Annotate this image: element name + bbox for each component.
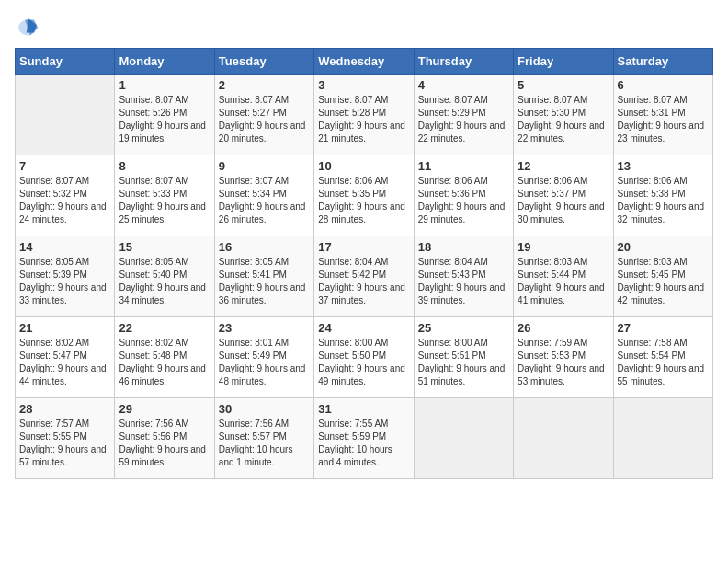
day-number: 26	[518, 321, 609, 335]
day-detail: Sunrise: 8:03 AM Sunset: 5:44 PM Dayligh…	[518, 256, 609, 307]
day-detail: Sunrise: 8:01 AM Sunset: 5:49 PM Dayligh…	[219, 337, 310, 388]
day-detail: Sunrise: 8:07 AM Sunset: 5:28 PM Dayligh…	[318, 94, 409, 145]
calendar-cell: 29Sunrise: 7:56 AM Sunset: 5:56 PM Dayli…	[115, 398, 214, 479]
day-number: 27	[618, 321, 709, 335]
day-number: 17	[318, 240, 409, 254]
day-detail: Sunrise: 8:05 AM Sunset: 5:40 PM Dayligh…	[119, 256, 210, 307]
calendar-cell: 7Sunrise: 8:07 AM Sunset: 5:32 PM Daylig…	[16, 155, 115, 236]
calendar-cell: 25Sunrise: 8:00 AM Sunset: 5:51 PM Dayli…	[414, 317, 513, 398]
day-detail: Sunrise: 7:58 AM Sunset: 5:54 PM Dayligh…	[618, 337, 709, 388]
day-of-week-header: Saturday	[613, 49, 712, 75]
day-number: 18	[418, 240, 509, 254]
day-number: 11	[418, 159, 509, 173]
day-number: 25	[418, 321, 509, 335]
calendar-cell: 27Sunrise: 7:58 AM Sunset: 5:54 PM Dayli…	[613, 317, 712, 398]
day-of-week-header: Wednesday	[314, 49, 414, 75]
day-detail: Sunrise: 8:00 AM Sunset: 5:50 PM Dayligh…	[318, 337, 409, 388]
calendar-cell: 13Sunrise: 8:06 AM Sunset: 5:38 PM Dayli…	[613, 155, 712, 236]
calendar-cell	[414, 398, 513, 479]
calendar-cell: 9Sunrise: 8:07 AM Sunset: 5:34 PM Daylig…	[214, 155, 313, 236]
calendar-cell	[16, 75, 115, 155]
day-number: 20	[618, 240, 709, 254]
day-detail: Sunrise: 8:07 AM Sunset: 5:34 PM Dayligh…	[219, 175, 310, 226]
calendar-cell: 19Sunrise: 8:03 AM Sunset: 5:44 PM Dayli…	[514, 236, 613, 317]
day-of-week-header: Tuesday	[214, 49, 313, 75]
calendar-cell: 20Sunrise: 8:03 AM Sunset: 5:45 PM Dayli…	[613, 236, 712, 317]
day-number: 3	[318, 78, 409, 92]
calendar-cell	[514, 398, 613, 479]
day-number: 6	[618, 78, 709, 92]
day-number: 15	[119, 240, 210, 254]
day-number: 22	[119, 321, 210, 335]
calendar-cell: 30Sunrise: 7:56 AM Sunset: 5:57 PM Dayli…	[214, 398, 313, 479]
day-number: 14	[19, 240, 110, 254]
calendar-cell: 24Sunrise: 8:00 AM Sunset: 5:50 PM Dayli…	[314, 317, 414, 398]
logo	[15, 15, 44, 40]
day-number: 24	[318, 321, 409, 335]
day-detail: Sunrise: 8:07 AM Sunset: 5:26 PM Dayligh…	[119, 94, 210, 145]
calendar-table: SundayMondayTuesdayWednesdayThursdayFrid…	[15, 48, 713, 479]
calendar-cell: 18Sunrise: 8:04 AM Sunset: 5:43 PM Dayli…	[414, 236, 513, 317]
day-of-week-header: Thursday	[414, 49, 513, 75]
day-detail: Sunrise: 8:06 AM Sunset: 5:37 PM Dayligh…	[518, 175, 609, 226]
day-detail: Sunrise: 8:07 AM Sunset: 5:31 PM Dayligh…	[618, 94, 709, 145]
calendar-cell: 15Sunrise: 8:05 AM Sunset: 5:40 PM Dayli…	[115, 236, 214, 317]
day-detail: Sunrise: 8:07 AM Sunset: 5:30 PM Dayligh…	[518, 94, 609, 145]
calendar-cell: 16Sunrise: 8:05 AM Sunset: 5:41 PM Dayli…	[214, 236, 313, 317]
day-detail: Sunrise: 8:05 AM Sunset: 5:41 PM Dayligh…	[219, 256, 310, 307]
day-of-week-header: Monday	[115, 49, 214, 75]
calendar-cell: 4Sunrise: 8:07 AM Sunset: 5:29 PM Daylig…	[414, 75, 513, 155]
day-detail: Sunrise: 8:07 AM Sunset: 5:32 PM Dayligh…	[19, 175, 110, 226]
day-detail: Sunrise: 8:07 AM Sunset: 5:33 PM Dayligh…	[119, 175, 210, 226]
day-number: 31	[318, 402, 409, 416]
day-number: 19	[518, 240, 609, 254]
calendar-cell: 17Sunrise: 8:04 AM Sunset: 5:42 PM Dayli…	[314, 236, 414, 317]
day-number: 28	[19, 402, 110, 416]
day-number: 16	[219, 240, 310, 254]
calendar-cell: 26Sunrise: 7:59 AM Sunset: 5:53 PM Dayli…	[514, 317, 613, 398]
day-detail: Sunrise: 8:06 AM Sunset: 5:38 PM Dayligh…	[618, 175, 709, 226]
calendar-cell: 21Sunrise: 8:02 AM Sunset: 5:47 PM Dayli…	[16, 317, 115, 398]
day-detail: Sunrise: 7:56 AM Sunset: 5:56 PM Dayligh…	[119, 418, 210, 469]
day-detail: Sunrise: 8:07 AM Sunset: 5:27 PM Dayligh…	[219, 94, 310, 145]
calendar-cell	[613, 398, 712, 479]
calendar-cell: 23Sunrise: 8:01 AM Sunset: 5:49 PM Dayli…	[214, 317, 313, 398]
day-number: 30	[219, 402, 310, 416]
day-detail: Sunrise: 8:06 AM Sunset: 5:36 PM Dayligh…	[418, 175, 509, 226]
day-detail: Sunrise: 8:02 AM Sunset: 5:47 PM Dayligh…	[19, 337, 110, 388]
calendar-cell: 8Sunrise: 8:07 AM Sunset: 5:33 PM Daylig…	[115, 155, 214, 236]
day-detail: Sunrise: 8:05 AM Sunset: 5:39 PM Dayligh…	[19, 256, 110, 307]
calendar-cell: 10Sunrise: 8:06 AM Sunset: 5:35 PM Dayli…	[314, 155, 414, 236]
day-number: 8	[119, 159, 210, 173]
day-of-week-header: Sunday	[16, 49, 115, 75]
day-detail: Sunrise: 8:00 AM Sunset: 5:51 PM Dayligh…	[418, 337, 509, 388]
day-detail: Sunrise: 7:57 AM Sunset: 5:55 PM Dayligh…	[19, 418, 110, 469]
day-detail: Sunrise: 8:06 AM Sunset: 5:35 PM Dayligh…	[318, 175, 409, 226]
day-number: 4	[418, 78, 509, 92]
day-number: 5	[518, 78, 609, 92]
day-detail: Sunrise: 7:56 AM Sunset: 5:57 PM Dayligh…	[219, 418, 310, 469]
calendar-cell: 3Sunrise: 8:07 AM Sunset: 5:28 PM Daylig…	[314, 75, 414, 155]
day-detail: Sunrise: 7:59 AM Sunset: 5:53 PM Dayligh…	[518, 337, 609, 388]
day-detail: Sunrise: 8:02 AM Sunset: 5:48 PM Dayligh…	[119, 337, 210, 388]
day-number: 12	[518, 159, 609, 173]
day-number: 7	[19, 159, 110, 173]
calendar-cell: 31Sunrise: 7:55 AM Sunset: 5:59 PM Dayli…	[314, 398, 414, 479]
day-number: 2	[219, 78, 310, 92]
day-number: 9	[219, 159, 310, 173]
calendar-cell: 14Sunrise: 8:05 AM Sunset: 5:39 PM Dayli…	[16, 236, 115, 317]
calendar-cell: 22Sunrise: 8:02 AM Sunset: 5:48 PM Dayli…	[115, 317, 214, 398]
day-detail: Sunrise: 8:07 AM Sunset: 5:29 PM Dayligh…	[418, 94, 509, 145]
day-number: 13	[618, 159, 709, 173]
day-number: 29	[119, 402, 210, 416]
day-number: 10	[318, 159, 409, 173]
calendar-cell: 1Sunrise: 8:07 AM Sunset: 5:26 PM Daylig…	[115, 75, 214, 155]
day-detail: Sunrise: 8:03 AM Sunset: 5:45 PM Dayligh…	[618, 256, 709, 307]
day-detail: Sunrise: 7:55 AM Sunset: 5:59 PM Dayligh…	[318, 418, 409, 469]
calendar-cell: 6Sunrise: 8:07 AM Sunset: 5:31 PM Daylig…	[613, 75, 712, 155]
logo-icon	[15, 15, 40, 40]
day-detail: Sunrise: 8:04 AM Sunset: 5:43 PM Dayligh…	[418, 256, 509, 307]
calendar-cell: 5Sunrise: 8:07 AM Sunset: 5:30 PM Daylig…	[514, 75, 613, 155]
day-number: 1	[119, 78, 210, 92]
day-number: 23	[219, 321, 310, 335]
